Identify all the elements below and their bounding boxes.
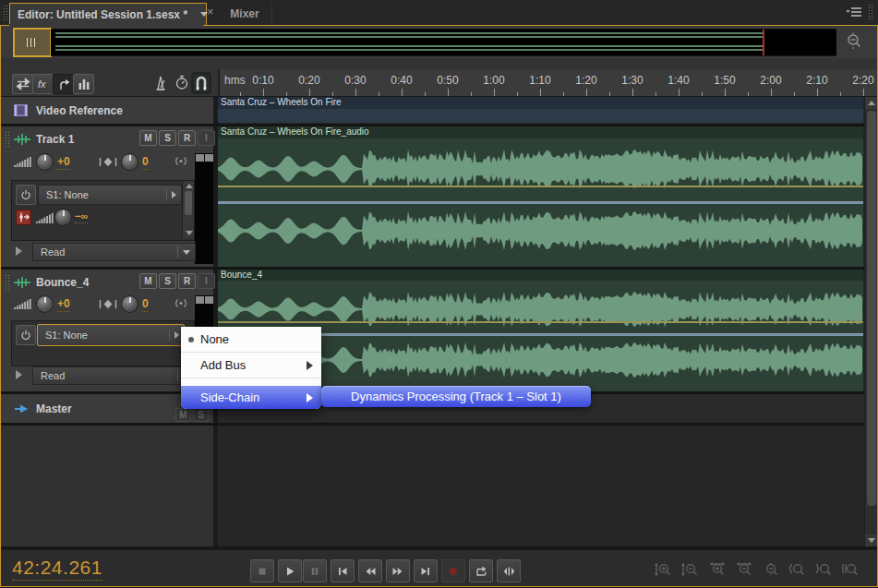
video-clip[interactable]: Santa Cruz – Wheels On Fire <box>218 97 863 123</box>
track1-pan-value[interactable]: 0 <box>142 155 149 170</box>
bounce4-pan-value[interactable]: 0 <box>142 297 149 312</box>
menu-item-add-bus[interactable]: Add Bus <box>181 353 321 378</box>
ruler-tick <box>355 89 356 96</box>
overview-zoom-out-icon[interactable] <box>844 32 864 51</box>
rack-scrollbar[interactable] <box>182 181 194 238</box>
track1-volume-knob[interactable] <box>36 153 54 171</box>
menu-item-none[interactable]: None <box>181 327 321 352</box>
track1-send-level[interactable]: −∞ <box>75 210 88 223</box>
zoom-out-vertical-button[interactable] <box>680 561 702 579</box>
play-button[interactable] <box>278 559 302 582</box>
track1-arm-button[interactable]: R <box>178 130 196 146</box>
scroll-up-icon[interactable] <box>186 184 193 188</box>
zoom-in-vertical-button[interactable] <box>653 561 675 579</box>
record-button[interactable] <box>441 559 465 582</box>
master-solo-button[interactable]: S <box>193 408 209 422</box>
bounce4-automation-expander[interactable] <box>16 370 22 379</box>
tab-close-icon[interactable]: × <box>207 6 214 18</box>
ruler-tick-label: 2:10 <box>806 74 827 87</box>
panel-menu-icon[interactable] <box>846 6 862 18</box>
waveform-track-icon <box>14 277 30 288</box>
menu-item-side-chain[interactable]: Side-Chain <box>181 386 321 409</box>
track1-mute-button[interactable]: M <box>139 130 157 146</box>
master-mute-button[interactable]: M <box>175 408 191 422</box>
zoom-reset-button[interactable] <box>760 561 782 579</box>
fast-forward-button[interactable] <box>386 559 410 582</box>
stop-button[interactable] <box>250 559 274 582</box>
track1-slot-power-button[interactable] <box>16 185 36 205</box>
zoom-selection-button[interactable] <box>840 561 862 579</box>
video-track-header[interactable]: Video Reference <box>1 97 213 124</box>
track1-automation-dropdown[interactable]: Read <box>32 243 196 261</box>
sidechain-submenu-item[interactable]: Dynamics Processing (Track 1 – Slot 1) <box>321 386 591 407</box>
bounce4-mute-button[interactable]: M <box>139 273 157 289</box>
track1-grip[interactable] <box>5 131 10 148</box>
go-to-end-button[interactable] <box>414 559 438 582</box>
track1-clip[interactable]: Santa Cruz – Wheels On Fire_audio <box>218 126 863 267</box>
ruler-tick <box>332 92 333 96</box>
bounce4-automation-dropdown[interactable]: Read <box>32 366 196 385</box>
ruler-tick <box>309 89 310 96</box>
zoom-out-point-button[interactable] <box>813 561 836 579</box>
pause-button[interactable] <box>303 559 327 582</box>
rewind-button[interactable] <box>358 559 382 582</box>
overview-timeline-strip[interactable] <box>51 29 836 56</box>
timer-button[interactable] <box>174 74 189 90</box>
zoom-out-horizontal-button[interactable] <box>733 561 755 579</box>
scroll-down-icon[interactable] <box>186 231 193 235</box>
panel-grip-right[interactable] <box>868 4 874 21</box>
track1-send-fader-icon[interactable] <box>16 210 31 225</box>
track1-header[interactable]: Track 1 M S R I +0 0 S1: None <box>1 126 213 267</box>
rack-scroll-thumb[interactable] <box>185 191 192 215</box>
go-to-start-button[interactable] <box>331 559 355 582</box>
zoom-in-horizontal-button[interactable] <box>706 561 728 579</box>
scrollbar-thumb[interactable] <box>867 111 876 506</box>
bounce4-arm-button[interactable]: R <box>178 273 196 289</box>
zoom-in-point-button[interactable] <box>787 561 809 579</box>
bounce4-slot1-dropdown[interactable]: S1: None <box>37 324 185 346</box>
volume-envelope <box>218 186 863 187</box>
sends-icon[interactable] <box>173 154 189 168</box>
bounce4-slot-power-button[interactable] <box>16 325 36 345</box>
bounce4-volume-knob[interactable] <box>36 295 54 313</box>
loop-playback-button[interactable] <box>469 559 493 582</box>
track1-send-knob[interactable] <box>54 209 72 226</box>
timeline-ruler[interactable]: hms 0:100:200:300:400:501:001:101:201:30… <box>218 69 878 96</box>
track1-slot1-dropdown[interactable]: S1: None <box>38 185 182 205</box>
fx-tool-button[interactable]: fx <box>32 74 54 94</box>
ruler-tick-label: 1:00 <box>483 74 504 87</box>
bounce4-pan-knob[interactable] <box>121 295 138 313</box>
track1-monitor-button[interactable]: I <box>198 130 215 146</box>
track-gap <box>0 423 864 426</box>
bounce4-volume-value[interactable]: +0 <box>57 297 70 312</box>
bounce4-solo-button[interactable]: S <box>159 273 176 289</box>
bounce4-monitor-button[interactable]: I <box>198 273 215 289</box>
track1-automation-value: Read <box>33 246 177 258</box>
skip-selection-button[interactable] <box>497 559 521 582</box>
overview-range-selector[interactable] <box>13 28 52 57</box>
metronome-button[interactable] <box>152 74 169 92</box>
tab-panel-join <box>9 24 203 26</box>
tab-editor[interactable]: Editor: Untitled Session 1.sesx * <box>9 3 207 25</box>
video-track-name: Video Reference <box>36 104 123 117</box>
sends-icon[interactable] <box>173 296 189 310</box>
track1-solo-button[interactable]: S <box>159 130 176 146</box>
ruler-tick <box>748 92 749 96</box>
submenu-arrow-icon <box>307 361 313 370</box>
volume-icon <box>14 156 32 168</box>
panel-grip[interactable] <box>3 5 9 20</box>
razor-tool-button[interactable] <box>73 74 94 94</box>
ruler-tick-label: 1:50 <box>714 74 735 87</box>
time-display[interactable]: 42:24.261 <box>12 557 102 581</box>
shuffle-tool-button[interactable] <box>12 74 33 94</box>
bounce4-grip[interactable] <box>5 274 10 291</box>
vertical-scrollbar[interactable] <box>864 97 878 546</box>
move-tool-button[interactable] <box>53 74 74 94</box>
track1-pan-knob[interactable] <box>121 153 138 171</box>
scrollbar-down-button[interactable] <box>865 534 878 546</box>
track1-volume-value[interactable]: +0 <box>57 155 70 170</box>
track1-automation-expander[interactable] <box>16 246 22 256</box>
snap-magnet-button[interactable] <box>191 72 211 94</box>
scrollbar-up-button[interactable] <box>865 97 878 109</box>
tab-mixer[interactable]: Mixer <box>218 3 272 25</box>
